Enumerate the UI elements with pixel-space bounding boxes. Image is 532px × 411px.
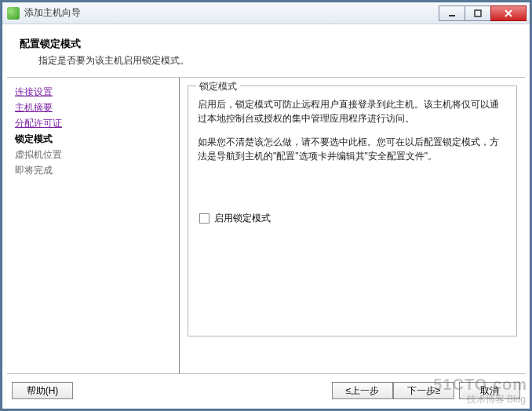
back-button[interactable]: ≤上一步 — [332, 382, 393, 399]
step-connection-settings[interactable]: 连接设置 — [13, 84, 179, 100]
minimize-button[interactable] — [439, 5, 465, 21]
close-button[interactable] — [490, 5, 527, 21]
step-vm-location: 虚拟机位置 — [13, 147, 179, 162]
titlebar: 添加主机向导 — [2, 2, 530, 24]
step-assign-license[interactable]: 分配许可证 — [13, 115, 179, 131]
groupbox-title: 锁定模式 — [196, 80, 240, 93]
step-host-summary[interactable]: 主机摘要 — [13, 100, 179, 115]
svg-rect-1 — [475, 10, 481, 16]
window-controls — [439, 5, 527, 21]
help-button[interactable]: 帮助(H) — [12, 382, 73, 399]
wizard-window: 添加主机向导 配置锁定模式 指定是否要为该主机启用锁定模式。 连接设置 主机摘要… — [2, 2, 530, 409]
description-paragraph-2: 如果您不清楚该怎么做，请不要选中此框。您可在以后配置锁定模式，方法是导航到主机的… — [198, 135, 507, 163]
page-title: 配置锁定模式 — [20, 37, 512, 51]
description-paragraph-1: 启用后，锁定模式可防止远程用户直接登录到此主机。该主机将仅可以通过本地控制台或授… — [198, 97, 507, 125]
enable-lockdown-label: 启用锁定模式 — [214, 212, 271, 225]
lockdown-groupbox: 锁定模式 启用后，锁定模式可防止远程用户直接登录到此主机。该主机将仅可以通过本地… — [188, 85, 517, 336]
app-icon — [7, 7, 20, 20]
window-title: 添加主机向导 — [24, 6, 439, 20]
enable-lockdown-checkbox[interactable] — [199, 213, 210, 224]
wizard-content: 锁定模式 启用后，锁定模式可防止远程用户直接登录到此主机。该主机将仅可以通过本地… — [180, 78, 525, 373]
enable-lockdown-row[interactable]: 启用锁定模式 — [198, 212, 507, 225]
wizard-body: 连接设置 主机摘要 分配许可证 锁定模式 虚拟机位置 即将完成 锁定模式 启用后… — [7, 78, 525, 373]
step-lockdown-mode: 锁定模式 — [13, 131, 179, 147]
cancel-button[interactable]: 取消 — [459, 382, 520, 399]
step-ready-to-complete: 即将完成 — [13, 162, 179, 178]
page-subtitle: 指定是否要为该主机启用锁定模式。 — [38, 54, 512, 67]
next-button[interactable]: 下一步≥ — [393, 382, 454, 399]
maximize-button[interactable] — [465, 5, 491, 21]
wizard-footer: 帮助(H) ≤上一步 下一步≥ 取消 — [7, 373, 525, 404]
header-pane: 配置锁定模式 指定是否要为该主机启用锁定模式。 — [7, 29, 525, 78]
wizard-steps-sidebar: 连接设置 主机摘要 分配许可证 锁定模式 虚拟机位置 即将完成 — [7, 78, 180, 373]
